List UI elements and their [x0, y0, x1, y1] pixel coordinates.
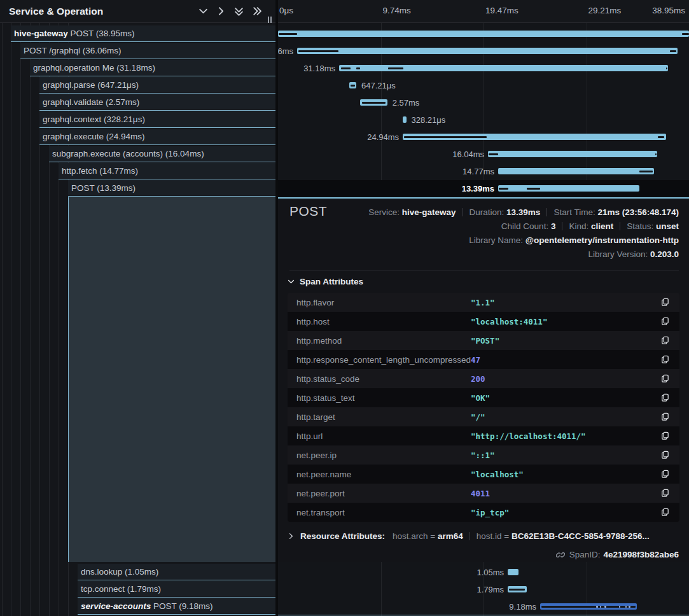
- tree-row-label: http.fetch (14.77ms): [59, 163, 138, 179]
- tree-row[interactable]: http.fetch (14.77ms): [59, 163, 275, 179]
- tree-row-label: graphql.execute (24.94ms): [39, 129, 145, 144]
- copy-icon-button[interactable]: [660, 431, 671, 441]
- attr-key: http.response_content_length_uncompresse…: [296, 355, 471, 365]
- axis-tick-label: 38.95ms: [652, 6, 685, 15]
- tree-row[interactable]: subgraph.execute (accounts) (16.04ms): [49, 146, 275, 162]
- child-span-dot: [629, 606, 630, 608]
- attr-value: "ip_tcp": [471, 508, 660, 517]
- tree-row[interactable]: hive-gateway POST (38.95ms): [11, 25, 275, 42]
- info-divider: [546, 208, 547, 216]
- child-span-tick: [655, 153, 657, 155]
- attr-value: 47: [471, 355, 660, 365]
- selected-span-detail-spacer: [68, 197, 275, 562]
- copy-icon-button[interactable]: [660, 297, 671, 307]
- attr-value: "http://localhost:4011/": [471, 431, 660, 441]
- bar-duration-label: 1.79ms: [477, 581, 504, 598]
- panel-resize-handle[interactable]: [268, 17, 272, 23]
- span-bar[interactable]: [403, 134, 666, 140]
- copy-icon-button[interactable]: [660, 354, 671, 365]
- chevron-right-icon: [288, 533, 295, 540]
- span-attributes-header[interactable]: Span Attributes: [288, 277, 363, 286]
- tree-row[interactable]: service-accounts POST (9.18ms): [78, 598, 275, 615]
- collapse-all-icon[interactable]: [234, 6, 244, 16]
- info-divider: [463, 208, 463, 216]
- indent-guide: [2, 23, 3, 616]
- copy-icon-button[interactable]: [660, 507, 671, 517]
- bar-duration-label: 13.39ms: [462, 180, 494, 197]
- tree-row[interactable]: graphql.operation Me (31.18ms): [30, 60, 275, 76]
- link-icon[interactable]: [556, 550, 565, 559]
- span-bar[interactable]: [403, 116, 406, 123]
- info-divider: [562, 222, 562, 230]
- expand-all-icon[interactable]: [252, 6, 261, 16]
- span-bar[interactable]: [360, 99, 387, 106]
- tree-row-label: dns.lookup (1.05ms): [78, 564, 158, 580]
- copy-icon: [660, 335, 670, 345]
- tree-column-title: Service & Operation: [9, 6, 103, 17]
- expand-one-icon[interactable]: [216, 6, 226, 16]
- copy-icon-button[interactable]: [660, 393, 671, 403]
- collapse-one-icon[interactable]: [198, 6, 208, 16]
- span-bar[interactable]: [339, 65, 668, 71]
- tree-row-label: service-accounts POST (9.18ms): [78, 598, 213, 614]
- span-attributes-title: Span Attributes: [300, 277, 363, 286]
- attr-value: "1.1": [471, 298, 660, 307]
- span-bar[interactable]: [278, 31, 689, 37]
- tree-row[interactable]: graphql.parse (647.21μs): [39, 77, 275, 94]
- tree-row[interactable]: graphql.validate (2.57ms): [39, 94, 275, 111]
- span-attributes-table: http.flavor"1.1"http.host"localhost:4011…: [288, 293, 679, 522]
- span-info-line: Library Version: 0.203.0: [368, 248, 679, 262]
- copy-icon-button[interactable]: [660, 450, 671, 460]
- span-info-block: Service: hive-gatewayDuration: 13.39msSt…: [368, 206, 679, 262]
- attr-key: net.transport: [296, 508, 471, 517]
- copy-icon-button[interactable]: [660, 374, 671, 384]
- tree-row[interactable]: tcp.connect (1.79ms): [78, 581, 275, 598]
- span-bar[interactable]: [488, 151, 657, 157]
- indent-guide: [11, 23, 11, 616]
- copy-icon: [660, 297, 670, 307]
- attr-value: 200: [471, 374, 660, 384]
- tree-row[interactable]: dns.lookup (1.05ms): [78, 564, 275, 580]
- tree-row-label: graphql.parse (647.21μs): [39, 77, 139, 93]
- row-underline: [278, 615, 689, 615]
- copy-icon-button[interactable]: [660, 488, 671, 498]
- span-bar[interactable]: [498, 185, 639, 192]
- axis-tick-label: 0μs: [279, 6, 293, 15]
- child-span-tick: [499, 188, 508, 190]
- span-detail-panel: POST Service: hive-gatewayDuration: 13.3…: [278, 197, 689, 562]
- child-span-tick: [666, 67, 667, 69]
- span-bar[interactable]: [508, 569, 518, 575]
- attr-value: "localhost": [471, 470, 660, 479]
- copy-icon-button[interactable]: [660, 335, 671, 346]
- span-bar[interactable]: [498, 168, 654, 174]
- span-bar[interactable]: [508, 586, 527, 592]
- bar-duration-label: 31.18ms: [303, 60, 335, 77]
- span-bar[interactable]: [349, 82, 356, 88]
- copy-icon-button[interactable]: [660, 469, 671, 479]
- attr-key: http.target: [296, 412, 471, 422]
- axis-tick-label: 29.21ms: [588, 6, 622, 15]
- span-info-line: Child Count: 3Kind: clientStatus: unset: [368, 220, 679, 234]
- attr-value: "::1": [471, 451, 660, 460]
- child-span-tick: [670, 50, 676, 52]
- resource-key: host.arch: [393, 531, 428, 541]
- tree-row[interactable]: graphql.context (328.21μs): [39, 111, 275, 128]
- tree-row-label: graphql.context (328.21μs): [39, 111, 145, 127]
- span-bar[interactable]: [297, 48, 678, 54]
- tree-row[interactable]: POST /graphql (36.06ms): [20, 43, 275, 59]
- copy-icon: [660, 316, 670, 326]
- attr-key: http.method: [296, 336, 471, 346]
- copy-icon-button[interactable]: [660, 412, 671, 422]
- bar-duration-label: 16.04ms: [452, 146, 484, 163]
- resource-attributes-header[interactable]: Resource Attributes: host.arch = arm64ho…: [288, 531, 650, 541]
- tree-row[interactable]: POST (13.39ms): [68, 180, 275, 197]
- copy-icon-button[interactable]: [660, 316, 671, 326]
- tree-row-label: hive-gateway POST (38.95ms): [11, 25, 135, 41]
- bar-duration-label: 36.06ms: [278, 43, 293, 60]
- copy-icon: [660, 431, 670, 440]
- span-bar[interactable]: [540, 603, 637, 610]
- copy-icon: [660, 450, 670, 459]
- tree-row[interactable]: graphql.execute (24.94ms): [39, 129, 275, 145]
- tree-row-label: tcp.connect (1.79ms): [78, 581, 161, 597]
- bar-duration-label: 14.77ms: [463, 163, 494, 180]
